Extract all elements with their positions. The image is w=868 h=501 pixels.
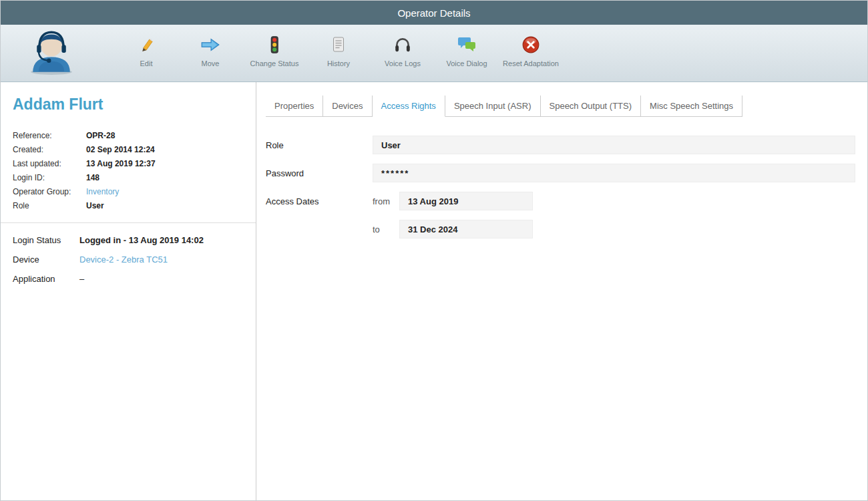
- password-field[interactable]: ******: [373, 164, 855, 182]
- move-arrow-icon: [200, 34, 220, 55]
- last-updated-value: 13 Aug 2019 12:37: [86, 159, 245, 168]
- role-row: Role User: [266, 136, 855, 154]
- voice-logs-button-label: Voice Logs: [385, 59, 421, 69]
- to-label: to: [373, 224, 399, 234]
- login-id-label: Login ID:: [13, 173, 86, 182]
- history-button[interactable]: History: [306, 29, 371, 69]
- tab-devices[interactable]: Devices: [323, 96, 372, 117]
- tab-speech-input-asr[interactable]: Speech Input (ASR): [445, 96, 541, 117]
- login-status-value: Logged in - 13 Aug 2019 14:02: [79, 235, 245, 245]
- headset-icon: [393, 34, 412, 55]
- operator-avatar-icon: [21, 29, 82, 77]
- traffic-light-icon: [266, 34, 282, 55]
- edit-button-label: Edit: [140, 59, 153, 69]
- role-value: User: [86, 201, 245, 210]
- operator-group-link[interactable]: Inventory: [86, 187, 119, 196]
- operator-status-list: Login Status Logged in - 13 Aug 2019 14:…: [13, 235, 256, 284]
- voice-dialog-button-label: Voice Dialog: [446, 59, 487, 69]
- operator-details-window: Operator Details: [0, 0, 868, 501]
- access-date-from-field[interactable]: 13 Aug 2019: [399, 192, 533, 210]
- reference-value: OPR-28: [86, 131, 245, 140]
- role-field[interactable]: User: [373, 136, 855, 154]
- reset-adaptation-button-label: Reset Adaptation: [503, 59, 559, 69]
- toolbar: Edit Move Change Status: [1, 25, 867, 82]
- login-status-label: Login Status: [13, 235, 79, 245]
- last-updated-label: Last updated:: [13, 159, 86, 168]
- access-rights-form: Role User Password ****** Access Dates f…: [266, 136, 855, 238]
- history-button-label: History: [327, 59, 350, 69]
- tab-access-rights[interactable]: Access Rights: [373, 96, 445, 117]
- operator-summary-panel: Addam Flurt Reference: OPR-28 Created: 0…: [1, 82, 256, 500]
- access-date-to-field[interactable]: 31 Dec 2024: [399, 220, 533, 238]
- access-dates-from-row: Access Dates from 13 Aug 2019: [266, 192, 855, 210]
- main-panel: Properties Devices Access Rights Speech …: [256, 82, 867, 500]
- application-label: Application: [13, 274, 79, 284]
- edit-button[interactable]: Edit: [114, 29, 178, 69]
- access-dates-to-row: to 31 Dec 2024: [266, 220, 855, 238]
- summary-divider: [1, 222, 256, 223]
- titlebar: Operator Details: [1, 1, 867, 25]
- device-label: Device: [13, 255, 79, 265]
- device-link[interactable]: Device-2 - Zebra TC51: [79, 255, 168, 265]
- from-label: from: [373, 196, 399, 206]
- tab-misc-speech-settings[interactable]: Misc Speech Settings: [641, 96, 742, 117]
- move-button-label: Move: [202, 59, 220, 69]
- operator-name: Addam Flurt: [13, 96, 256, 114]
- role-label: Role: [13, 201, 86, 210]
- reference-label: Reference:: [13, 131, 86, 140]
- content-area: Addam Flurt Reference: OPR-28 Created: 0…: [1, 82, 867, 500]
- created-value: 02 Sep 2014 12:24: [86, 145, 245, 154]
- tab-speech-output-tts[interactable]: Speech Output (TTS): [541, 96, 642, 117]
- tab-properties[interactable]: Properties: [266, 96, 323, 117]
- edit-pencil-icon: [138, 34, 155, 55]
- voice-dialog-button[interactable]: Voice Dialog: [435, 29, 499, 69]
- reset-adaptation-button[interactable]: Reset Adaptation: [499, 29, 563, 69]
- history-document-icon: [331, 34, 347, 55]
- created-label: Created:: [13, 145, 86, 154]
- voice-logs-button[interactable]: Voice Logs: [371, 29, 435, 69]
- change-status-button[interactable]: Change Status: [242, 29, 306, 69]
- tab-bar: Properties Devices Access Rights Speech …: [266, 96, 742, 117]
- reset-cross-icon: [521, 34, 540, 55]
- move-button[interactable]: Move: [178, 29, 242, 69]
- form-role-label: Role: [266, 140, 373, 150]
- operator-info-list: Reference: OPR-28 Created: 02 Sep 2014 1…: [13, 131, 256, 210]
- login-id-value: 148: [86, 173, 245, 182]
- operator-group-label: Operator Group:: [13, 187, 86, 196]
- password-row: Password ******: [266, 164, 855, 182]
- form-password-label: Password: [266, 168, 373, 178]
- window-title: Operator Details: [397, 7, 470, 19]
- application-value: –: [79, 274, 245, 284]
- speech-bubbles-icon: [457, 34, 477, 55]
- access-dates-label: Access Dates: [266, 196, 373, 206]
- change-status-button-label: Change Status: [250, 59, 299, 69]
